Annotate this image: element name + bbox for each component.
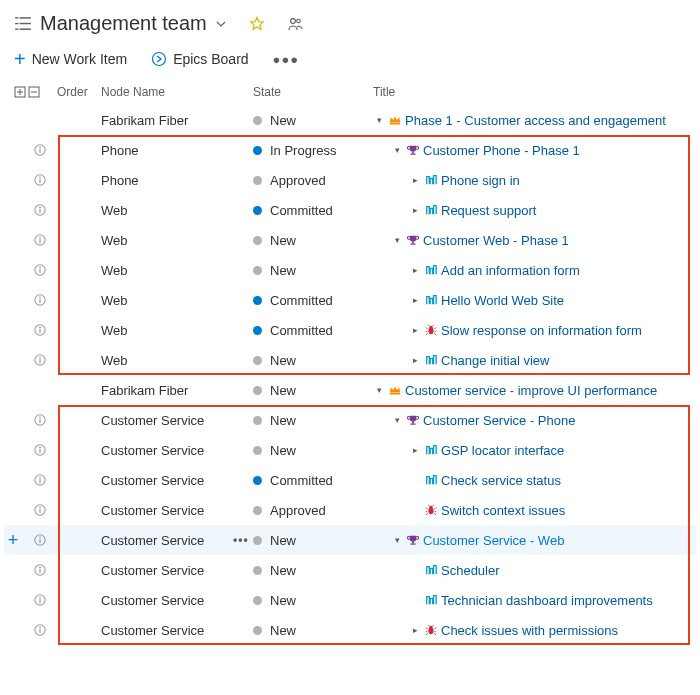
- info-icon[interactable]: [22, 234, 57, 246]
- info-icon[interactable]: [22, 504, 57, 516]
- state-label: New: [270, 413, 296, 428]
- table-row[interactable]: Customer Service New ▸ GSP locator inter…: [4, 435, 696, 465]
- epics-board-button[interactable]: Epics Board: [151, 51, 248, 67]
- caret-icon[interactable]: ▸: [409, 205, 421, 215]
- title-text[interactable]: Change initial view: [441, 353, 549, 368]
- star-icon[interactable]: [249, 16, 265, 32]
- table-row[interactable]: + Customer Service ••• New ▾ Customer Se…: [4, 525, 696, 555]
- title-text[interactable]: Switch context issues: [441, 503, 565, 518]
- col-title[interactable]: Title: [373, 85, 696, 99]
- title-cell[interactable]: ▾ Customer Phone - Phase 1: [373, 143, 696, 158]
- title-cell[interactable]: ▸ Phone sign in: [373, 173, 696, 188]
- table-row[interactable]: Customer Service New ▾ Customer Service …: [4, 405, 696, 435]
- info-icon[interactable]: [22, 144, 57, 156]
- title-cell[interactable]: ▸ Request support: [373, 203, 696, 218]
- title-cell[interactable]: Technician dashboard improvements: [373, 593, 696, 608]
- title-text[interactable]: Customer Service - Phone: [423, 413, 575, 428]
- info-icon[interactable]: [22, 324, 57, 336]
- table-row[interactable]: Web New ▾ Customer Web - Phase 1: [4, 225, 696, 255]
- table-row[interactable]: Customer Service Approved Switch context…: [4, 495, 696, 525]
- col-state[interactable]: State: [253, 85, 373, 99]
- table-row[interactable]: Fabrikam Fiber New ▾ Customer service - …: [4, 375, 696, 405]
- title-text[interactable]: Request support: [441, 203, 536, 218]
- title-text[interactable]: Customer Service - Web: [423, 533, 564, 548]
- caret-icon[interactable]: ▸: [409, 295, 421, 305]
- col-node[interactable]: Node Name: [101, 85, 253, 99]
- info-icon[interactable]: [22, 414, 57, 426]
- title-text[interactable]: Hello World Web Site: [441, 293, 564, 308]
- title-text[interactable]: Slow response on information form: [441, 323, 642, 338]
- team-icon[interactable]: [287, 16, 303, 32]
- table-row[interactable]: Phone In Progress ▾ Customer Phone - Pha…: [4, 135, 696, 165]
- title-cell[interactable]: ▸ Change initial view: [373, 353, 696, 368]
- table-row[interactable]: Web New ▸ Change initial view: [4, 345, 696, 375]
- caret-icon[interactable]: ▸: [409, 325, 421, 335]
- title-cell[interactable]: ▸ Hello World Web Site: [373, 293, 696, 308]
- table-row[interactable]: Phone Approved ▸ Phone sign in: [4, 165, 696, 195]
- table-row[interactable]: Customer Service New Scheduler: [4, 555, 696, 585]
- table-row[interactable]: Customer Service Committed Check service…: [4, 465, 696, 495]
- title-text[interactable]: GSP locator interface: [441, 443, 564, 458]
- title-cell[interactable]: ▾ Customer service - improve UI performa…: [373, 383, 696, 398]
- caret-icon[interactable]: ▾: [391, 415, 403, 425]
- table-row[interactable]: Web Committed ▸ Hello World Web Site: [4, 285, 696, 315]
- title-text[interactable]: Phone sign in: [441, 173, 520, 188]
- caret-icon[interactable]: ▾: [373, 115, 385, 125]
- table-row[interactable]: Web Committed ▸ Slow response on informa…: [4, 315, 696, 345]
- title-text[interactable]: Add an information form: [441, 263, 580, 278]
- table-row[interactable]: Customer Service New ▸ Check issues with…: [4, 615, 696, 645]
- info-icon[interactable]: [22, 594, 57, 606]
- info-icon[interactable]: [22, 174, 57, 186]
- title-cell[interactable]: ▸ Check issues with permissions: [373, 623, 696, 638]
- title-text[interactable]: Phase 1 - Customer access and engagement: [405, 113, 666, 128]
- title-text[interactable]: Scheduler: [441, 563, 500, 578]
- bug-icon: [425, 324, 437, 336]
- title-cell[interactable]: Check service status: [373, 473, 696, 488]
- caret-icon[interactable]: ▾: [391, 235, 403, 245]
- row-more-icon[interactable]: •••: [233, 533, 253, 547]
- title-cell[interactable]: ▸ Slow response on information form: [373, 323, 696, 338]
- add-row-button[interactable]: +: [4, 530, 22, 551]
- caret-icon[interactable]: ▸: [409, 625, 421, 635]
- info-icon[interactable]: [22, 534, 57, 546]
- collapse-all-icon[interactable]: [28, 86, 40, 98]
- caret-icon[interactable]: ▾: [391, 535, 403, 545]
- title-text[interactable]: Check issues with permissions: [441, 623, 618, 638]
- title-cell[interactable]: Scheduler: [373, 563, 696, 578]
- title-text[interactable]: Customer Web - Phase 1: [423, 233, 569, 248]
- chevron-down-icon[interactable]: [215, 18, 227, 30]
- caret-icon[interactable]: ▸: [409, 355, 421, 365]
- table-row[interactable]: Fabrikam Fiber New ▾ Phase 1 - Customer …: [4, 105, 696, 135]
- title-cell[interactable]: Switch context issues: [373, 503, 696, 518]
- info-icon[interactable]: [22, 474, 57, 486]
- caret-icon[interactable]: ▸: [409, 175, 421, 185]
- title-text[interactable]: Check service status: [441, 473, 561, 488]
- info-icon[interactable]: [22, 354, 57, 366]
- info-icon[interactable]: [22, 204, 57, 216]
- table-row[interactable]: Web Committed ▸ Request support: [4, 195, 696, 225]
- info-icon[interactable]: [22, 624, 57, 636]
- new-work-item-button[interactable]: + New Work Item: [14, 51, 127, 67]
- title-cell[interactable]: ▸ GSP locator interface: [373, 443, 696, 458]
- caret-icon[interactable]: ▸: [409, 265, 421, 275]
- table-row[interactable]: Customer Service New Technician dashboar…: [4, 585, 696, 615]
- title-text[interactable]: Customer service - improve UI performanc…: [405, 383, 657, 398]
- title-cell[interactable]: ▾ Customer Service - Web: [373, 533, 696, 548]
- title-text[interactable]: Customer Phone - Phase 1: [423, 143, 580, 158]
- caret-icon[interactable]: ▸: [409, 445, 421, 455]
- title-cell[interactable]: ▾ Phase 1 - Customer access and engageme…: [373, 113, 696, 128]
- info-icon[interactable]: [22, 564, 57, 576]
- title-cell[interactable]: ▾ Customer Web - Phase 1: [373, 233, 696, 248]
- info-icon[interactable]: [22, 294, 57, 306]
- caret-icon[interactable]: ▾: [373, 385, 385, 395]
- col-order[interactable]: Order: [57, 85, 101, 99]
- title-cell[interactable]: ▸ Add an information form: [373, 263, 696, 278]
- expand-all-icon[interactable]: [14, 86, 26, 98]
- title-cell[interactable]: ▾ Customer Service - Phone: [373, 413, 696, 428]
- table-row[interactable]: Web New ▸ Add an information form: [4, 255, 696, 285]
- info-icon[interactable]: [22, 264, 57, 276]
- title-text[interactable]: Technician dashboard improvements: [441, 593, 653, 608]
- more-icon[interactable]: ●●●: [273, 52, 300, 67]
- info-icon[interactable]: [22, 444, 57, 456]
- caret-icon[interactable]: ▾: [391, 145, 403, 155]
